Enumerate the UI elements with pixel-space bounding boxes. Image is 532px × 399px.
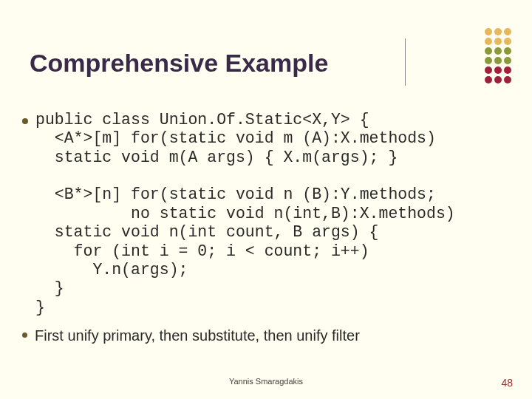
footer-author: Yannis Smaragdakis <box>0 377 532 386</box>
footer-page-number: 48 <box>501 377 513 389</box>
title-divider <box>405 38 406 86</box>
slide-content: public class Union.Of.Static<X,Y> { <A*>… <box>22 111 510 346</box>
note-text: First unify primary, then substitute, th… <box>35 327 360 344</box>
decorative-dots <box>485 28 511 83</box>
bullet-icon <box>22 332 27 338</box>
code-block: public class Union.Of.Static<X,Y> { <A*>… <box>35 111 455 317</box>
bullet-icon <box>22 118 28 124</box>
slide-title: Comprehensive Example <box>30 49 328 78</box>
